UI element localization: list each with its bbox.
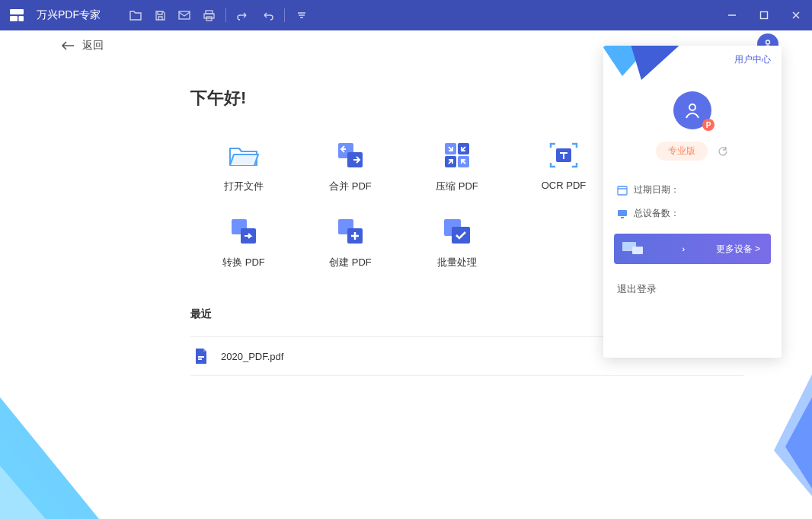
svg-point-25 [689, 104, 695, 110]
svg-rect-23 [198, 356, 204, 358]
user-panel: 用户中心 P 专业版 过期日期： 总设备数： ››› 更多设备 > 退出登录 [603, 46, 782, 358]
action-merge-pdf[interactable]: 合并 PDF [297, 140, 404, 193]
app-title: 万兴PDF专家 [37, 8, 101, 22]
tier-row: 专业版 [614, 142, 771, 161]
merge-icon [333, 140, 368, 170]
pro-badge: P [702, 119, 714, 131]
mail-icon[interactable] [172, 0, 197, 30]
window-controls [716, 0, 812, 30]
svg-rect-31 [632, 247, 643, 254]
redo-icon[interactable] [255, 0, 280, 30]
action-label: 压缩 PDF [436, 180, 478, 193]
action-open-file[interactable]: 打开文件 [190, 140, 297, 193]
back-button[interactable]: 返回 [61, 39, 104, 53]
devices-label: 总设备数： [634, 207, 679, 220]
avatar[interactable]: P [673, 91, 711, 129]
undo-icon[interactable] [231, 0, 255, 30]
logout-button[interactable]: 退出登录 [614, 282, 771, 296]
maximize-button[interactable] [748, 0, 780, 30]
action-batch-process[interactable]: 批量处理 [404, 216, 510, 269]
action-label: OCR PDF [542, 180, 587, 191]
action-label: 打开文件 [224, 180, 264, 193]
menu-more-icon[interactable] [289, 0, 314, 30]
open-icon[interactable] [123, 0, 148, 30]
chevrons-icon: ››› [682, 245, 683, 253]
more-devices-label: 更多设备 > [716, 243, 760, 256]
action-label: 批量处理 [437, 256, 477, 269]
more-devices-button[interactable]: ››› 更多设备 > [614, 234, 771, 264]
toolbar-divider [284, 8, 285, 22]
app-logo-icon [6, 5, 27, 26]
action-ocr-pdf[interactable]: OCR PDF [510, 140, 617, 193]
action-label: 合并 PDF [329, 180, 372, 193]
toolbar [123, 0, 314, 30]
devices-row: 总设备数： [614, 207, 771, 220]
svg-point-9 [766, 40, 770, 44]
refresh-icon[interactable] [717, 145, 729, 158]
convert-icon [226, 216, 261, 247]
expire-label: 过期日期： [634, 183, 679, 196]
svg-rect-3 [179, 11, 190, 19]
svg-rect-1 [10, 16, 18, 21]
svg-rect-26 [618, 186, 627, 195]
toolbar-divider [225, 8, 226, 22]
minimize-button[interactable] [716, 0, 748, 30]
svg-rect-29 [621, 217, 624, 218]
svg-rect-28 [618, 210, 627, 216]
back-label: 返回 [82, 39, 104, 53]
user-icon [683, 100, 702, 120]
folder-open-icon [226, 140, 261, 170]
svg-rect-24 [198, 358, 202, 360]
recent-filename: 2020_PDF.pdf [221, 351, 283, 362]
ocr-icon [546, 140, 581, 170]
expire-row: 过期日期： [614, 183, 771, 196]
action-compress-pdf[interactable]: 压缩 PDF [404, 140, 510, 193]
panel-corner-decoration [603, 46, 691, 88]
corner-decoration-br [766, 374, 812, 496]
avatar-wrap: P [614, 91, 771, 129]
svg-rect-22 [452, 227, 470, 244]
svg-rect-8 [761, 12, 768, 19]
action-label: 创建 PDF [329, 256, 372, 269]
user-center-link[interactable]: 用户中心 [734, 53, 771, 66]
svg-rect-0 [10, 9, 24, 14]
action-label: 转换 PDF [222, 256, 265, 269]
corner-decoration-bl [0, 367, 137, 519]
calendar-icon [617, 185, 628, 196]
batch-icon [440, 216, 475, 247]
create-icon [333, 216, 368, 247]
compress-icon [440, 140, 475, 170]
action-convert-pdf[interactable]: 转换 PDF [190, 216, 297, 269]
close-button[interactable] [780, 0, 812, 30]
save-icon[interactable] [148, 0, 172, 30]
svg-rect-5 [204, 14, 214, 18]
devices-icon [619, 237, 649, 260]
monitor-icon [617, 209, 628, 219]
arrow-left-icon [61, 40, 75, 51]
action-create-pdf[interactable]: 创建 PDF [297, 216, 404, 269]
svg-rect-2 [19, 16, 24, 21]
title-bar: 万兴PDF专家 [0, 0, 812, 30]
pdf-file-icon [193, 348, 210, 365]
tier-badge: 专业版 [656, 142, 708, 161]
print-icon[interactable] [197, 0, 221, 30]
